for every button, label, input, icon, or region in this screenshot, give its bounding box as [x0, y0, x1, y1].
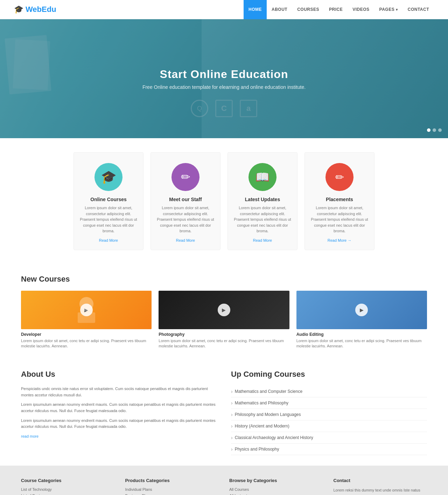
footer-col-browse: Browse by Categories All Courses All Ins…	[229, 478, 323, 495]
placements-title: Placements	[310, 197, 369, 202]
nav-courses[interactable]: COURSES	[292, 0, 324, 19]
meet-staff-text: Lorem ipsum dolor sit amet, consectetur …	[156, 205, 215, 234]
footer-link-tech[interactable]: List of Technology	[21, 487, 115, 492]
dot-3[interactable]	[438, 128, 442, 132]
upcoming-item-2[interactable]: Mathematics and Philosophy	[231, 397, 427, 409]
dot-2[interactable]	[433, 128, 436, 132]
online-courses-icon: 🎓	[94, 163, 122, 191]
course-audio: ▶ Audio Editing Lorem ipsum dolor sit am…	[296, 291, 427, 349]
upcoming-item-3[interactable]: Philosophy and Modern Languages	[231, 409, 427, 420]
course-desc-developer: Lorem ipsum dolor sit amet, conc tetu er…	[21, 338, 152, 349]
online-courses-title: Online Courses	[79, 197, 138, 202]
course-name-audio: Audio Editing	[296, 332, 427, 337]
about-upcoming-section: About Us Perspiciatis undc omnis iste na…	[0, 359, 448, 466]
meet-staff-icon: ✏	[172, 163, 200, 191]
footer-top: Course Categories List of Technology Lis…	[0, 466, 448, 495]
course-name-photography: Photography	[159, 332, 289, 337]
course-thumb-developer[interactable]: ▶	[21, 291, 152, 329]
footer-link-all-courses[interactable]: All Courses	[229, 487, 323, 492]
hero-content: Start Online Education Free Online educa…	[142, 68, 306, 90]
features-section: 🎓 Online Courses Lorem ipsum dolor sit a…	[0, 138, 448, 264]
about-read-more[interactable]: read more	[21, 434, 38, 438]
footer-browse-title: Browse by Categories	[229, 478, 323, 483]
feature-latest-updates: 📖 Latest Updates Lorem ipsum dolor sit a…	[227, 152, 298, 250]
about-para-2: Lorem ipsumulum aenean noumny endrerit m…	[21, 402, 217, 414]
course-thumb-audio[interactable]: ▶	[296, 291, 427, 329]
nav-links: HOME ABOUT COURSES PRICE VIDEOS PAGES ▾ …	[244, 0, 434, 19]
latest-updates-icon: 📖	[248, 163, 276, 191]
play-button-audio[interactable]: ▶	[355, 304, 368, 316]
footer-products-title: Products Categories	[125, 478, 219, 483]
nav-about[interactable]: ABOUT	[267, 0, 292, 19]
about-title: About Us	[21, 370, 217, 379]
upcoming-item-4[interactable]: History (Ancient and Modern)	[231, 420, 427, 432]
new-courses-section: New Courses ▶ Developer Lorem ipsum dolo…	[0, 264, 448, 360]
course-desc-audio: Lorem ipsum dolor sit amet, conc tetu er…	[296, 338, 427, 349]
hero-section: Q C a Start Online Education Free Online…	[0, 19, 448, 138]
placements-read-more[interactable]: Read More →	[328, 238, 351, 242]
feature-placements: ✏ Placements Lorem ipsum dolor sit amet,…	[304, 152, 374, 250]
nav-price[interactable]: PRICE	[324, 0, 348, 19]
footer-col-products: Products Categories Individual Plans Bus…	[125, 478, 219, 495]
about-para-1: Perspiciatis undc omnis iste natus error…	[21, 386, 217, 398]
footer-link-all-instructors[interactable]: All Instructors	[229, 494, 323, 495]
online-courses-text: Lorem ipsum dolor sit amet, consectetur …	[79, 205, 138, 234]
footer-contact-text: Lorem reksi this dummy text unde omnis I…	[334, 487, 427, 495]
footer-col-contact: Contact Lorem reksi this dummy text unde…	[334, 478, 427, 495]
courses-grid: ▶ Developer Lorem ipsum dolor sit amet, …	[21, 291, 427, 349]
upcoming-title: Up Coming Courses	[231, 370, 427, 379]
hero-subtitle: Free Online education template for elear…	[142, 84, 306, 90]
course-photography: ▶ Photography Lorem ipsum dolor sit amet…	[159, 291, 289, 349]
footer-link-individual[interactable]: Individual Plans	[125, 487, 219, 492]
footer-link-business-plans[interactable]: Business Plans	[125, 494, 219, 495]
nav-home[interactable]: HOME	[244, 0, 267, 19]
upcoming-section: Up Coming Courses Mathematics and Comput…	[231, 370, 427, 455]
meet-staff-read-more[interactable]: Read More	[176, 238, 195, 242]
play-button-photography[interactable]: ▶	[218, 304, 230, 316]
meet-staff-title: Meet our Staff	[156, 197, 215, 202]
upcoming-item-6[interactable]: Physics and Philosophy	[231, 444, 427, 455]
nav-videos[interactable]: VIDEOS	[348, 0, 374, 19]
carousel-dots	[427, 128, 442, 132]
course-desc-photography: Lorem ipsum dolor sit amet, conc tetu er…	[159, 338, 289, 349]
course-thumb-photography[interactable]: ▶	[159, 291, 289, 329]
about-para-3: Lorem ipsumulum aenean noumny endrerit m…	[21, 418, 217, 430]
footer-contact-title: Contact	[334, 478, 427, 483]
footer-courses-title: Course Categories	[21, 478, 115, 483]
new-courses-title: New Courses	[21, 275, 427, 284]
logo[interactable]: 🎓 WebEdu	[14, 5, 56, 14]
feature-meet-staff: ✏ Meet our Staff Lorem ipsum dolor sit a…	[150, 152, 220, 250]
footer-link-business[interactable]: List of Business	[21, 494, 115, 495]
upcoming-item-1[interactable]: Mathematics and Computer Science	[231, 386, 427, 397]
nav-pages[interactable]: PAGES ▾	[374, 0, 403, 19]
feature-online-courses: 🎓 Online Courses Lorem ipsum dolor sit a…	[74, 152, 144, 250]
latest-updates-text: Lorem ipsum dolor sit amet, consectetur …	[233, 205, 292, 234]
footer-col-courses: Course Categories List of Technology Lis…	[21, 478, 115, 495]
upcoming-list: Mathematics and Computer Science Mathema…	[231, 386, 427, 455]
latest-updates-read-more[interactable]: Read More	[253, 238, 272, 242]
placements-text: Lorem ipsum dolor sit amet, consectetur …	[310, 205, 369, 234]
logo-text: WebEdu	[26, 5, 56, 14]
dot-1[interactable]	[427, 128, 430, 132]
logo-icon: 🎓	[14, 5, 23, 14]
course-developer: ▶ Developer Lorem ipsum dolor sit amet, …	[21, 291, 152, 349]
placements-icon: ✏	[326, 163, 354, 191]
about-section: About Us Perspiciatis undc omnis iste na…	[21, 370, 217, 455]
course-image-developer	[21, 291, 152, 329]
course-name-developer: Developer	[21, 332, 152, 337]
chevron-down-icon: ▾	[396, 8, 398, 12]
navbar: 🎓 WebEdu HOME ABOUT COURSES PRICE VIDEOS…	[0, 0, 448, 19]
online-courses-read-more[interactable]: Read More	[99, 238, 118, 242]
latest-updates-title: Latest Updates	[233, 197, 292, 202]
hero-title: Start Online Education	[142, 68, 306, 81]
upcoming-item-5[interactable]: Classical Archaeology and Ancient Histor…	[231, 432, 427, 444]
nav-contact[interactable]: CONTACT	[403, 0, 434, 19]
